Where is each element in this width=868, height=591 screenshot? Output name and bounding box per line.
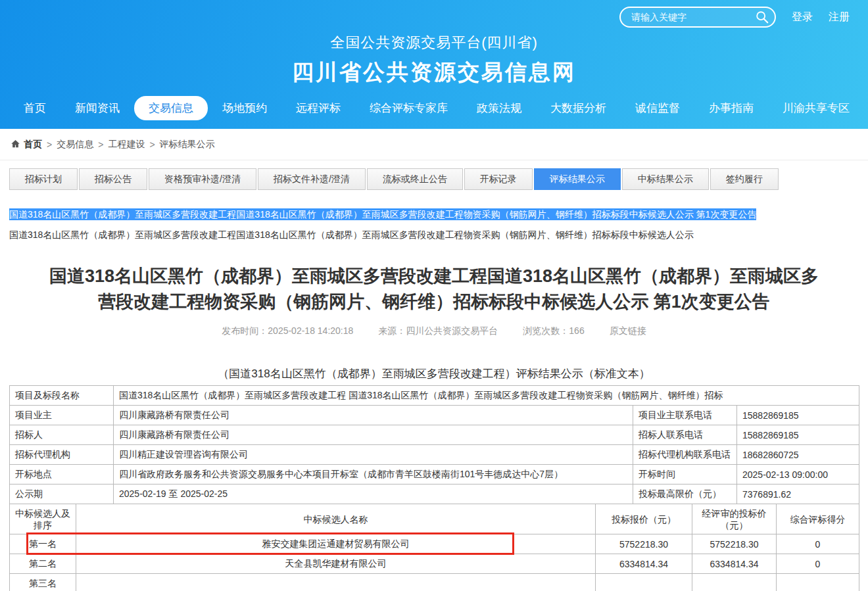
original-link[interactable]: 原文链接 <box>610 325 646 337</box>
search-icon <box>755 16 769 26</box>
info-value: 四川康藏路桥有限责任公司 <box>114 406 633 425</box>
info-label: 开标地点 <box>10 465 114 485</box>
page-title: 国道318名山区黑竹（成都界）至雨城区多营段改建工程国道318名山区黑竹（成都界… <box>42 264 826 315</box>
info-value: 15882869185 <box>737 406 859 425</box>
candidate-row-2: 第二名 天全县凯华建材有限公司 6334814.34 6334814.34 0 <box>10 554 859 574</box>
nav-item-big-data[interactable]: 大数据分析 <box>536 96 621 120</box>
tab-award-result[interactable]: 中标结果公示 <box>622 168 709 190</box>
table-row: 项目业主 四川康藏路桥有限责任公司 项目业主联系电话 15882869185 <box>10 406 859 425</box>
info-label: 公示期 <box>10 485 114 504</box>
candidate-name: 天全县凯华建材有限公司 <box>76 554 596 574</box>
breadcrumb-item-home-label: 首页 <box>24 139 42 151</box>
nav-item-integrity[interactable]: 诚信监督 <box>621 96 694 120</box>
candidate-rank: 第三名 <box>10 574 76 591</box>
info-value: 15882869185 <box>737 425 859 445</box>
site-subtitle: 全国公共资源交易平台(四川省) <box>0 33 868 53</box>
nav-item-home[interactable]: 首页 <box>9 96 60 120</box>
breadcrumb-item-trade-info[interactable]: 交易信息 <box>57 139 93 151</box>
tab-bidding-plan[interactable]: 招标计划 <box>9 168 78 190</box>
info-label: 招标人联系电话 <box>633 425 737 445</box>
table-row: 招标人 四川康藏路桥有限责任公司 招标人联系电话 15882869185 <box>10 425 859 445</box>
header-utility-row: 登录 注册 <box>0 0 868 28</box>
tab-contract-performance[interactable]: 签约履行 <box>710 168 779 190</box>
info-label: 招标代理机构联系电话 <box>633 445 737 465</box>
nav-item-news[interactable]: 新闻资讯 <box>60 96 134 120</box>
login-link[interactable]: 登录 <box>792 11 813 24</box>
result-table-wrap: 项目及标段名称 国道318名山区黑竹（成都界）至雨城区多营段改建工程 国道318… <box>9 385 859 591</box>
table-row: 招标代理机构 四川精正建设管理咨询有限公司 招标代理机构联系电话 1868286… <box>10 445 859 465</box>
candidate-score: 0 <box>777 554 859 574</box>
info-label: 招标人 <box>10 425 114 445</box>
info-value: 国道318名山区黑竹（成都界）至雨城区多营段改建工程 国道318名山区黑竹（成都… <box>114 386 859 406</box>
nav-item-trade-info[interactable]: 交易信息 <box>134 96 208 120</box>
candidate-rank: 第一名 <box>10 534 76 554</box>
info-label: 投标最高限价（元） <box>633 485 737 504</box>
candidate-rank: 第二名 <box>10 554 76 574</box>
candidate-bid: 5752218.30 <box>596 534 692 554</box>
breadcrumb-home[interactable]: 首页 <box>11 139 42 151</box>
view-count: 浏览次数：166 <box>523 325 584 337</box>
info-value: 四川省政府政务服务和公共资源交易服务中心本项目开标室（成都市青羊区鼓楼南街101… <box>114 465 633 485</box>
column-header-reviewed-bid: 经评审的投标价（元） <box>692 504 777 534</box>
home-icon <box>11 139 20 151</box>
column-header-bid: 投标报价（元） <box>596 504 692 534</box>
publish-time: 发布时间：2025-02-18 14:20:18 <box>222 325 353 337</box>
nav-item-venue-booking[interactable]: 场地预约 <box>208 96 281 120</box>
candidate-row-3: 第三名 <box>10 574 859 591</box>
info-label: 开标时间 <box>633 465 737 485</box>
info-label: 项目及标段名称 <box>10 386 114 406</box>
tab-prequalification-addendum[interactable]: 资格预审补遗/澄清 <box>149 168 256 190</box>
register-link[interactable]: 注册 <box>829 11 850 24</box>
candidate-score <box>777 574 859 591</box>
table-row: 开标地点 四川省政府政务服务和公共资源交易服务中心本项目开标室（成都市青羊区鼓楼… <box>10 465 859 485</box>
nav-item-guide[interactable]: 办事指南 <box>694 96 768 120</box>
table-header-row: 中标候选人及排序 中标候选人名称 投标报价（元） 经评审的投标价（元） 综合评标… <box>10 504 859 534</box>
table-row: 公示期 2025-02-19 至 2025-02-25 投标最高限价（元） 73… <box>10 485 859 504</box>
candidate-reviewed-bid <box>692 574 777 591</box>
info-value: 7376891.62 <box>737 485 859 504</box>
info-value: 2025-02-13 09:00:00 <box>737 465 859 485</box>
tab-failed-or-terminated[interactable]: 流标或终止公告 <box>367 168 463 190</box>
info-value: 18682860725 <box>737 445 859 465</box>
article-meta: 发布时间：2025-02-18 14:20:18 来源：四川公共资源交易平台 浏… <box>0 325 868 337</box>
nav-item-sichuan-chongqing[interactable]: 川渝共享专区 <box>768 96 864 120</box>
search-box <box>619 7 776 28</box>
list-item-highlighted[interactable]: 国道318名山区黑竹（成都界）至雨城区多营段改建工程国道318名山区黑竹（成都界… <box>9 208 859 221</box>
candidates-table: 中标候选人及排序 中标候选人名称 投标报价（元） 经评审的投标价（元） 综合评标… <box>9 504 859 591</box>
tab-bidding-announcement[interactable]: 招标公告 <box>79 168 147 190</box>
candidate-score: 0 <box>777 534 859 554</box>
breadcrumb-item-engineering[interactable]: 工程建设 <box>108 139 145 151</box>
search-input[interactable] <box>619 7 776 28</box>
site-title: 四川省公共资源交易信息网 <box>0 58 868 87</box>
column-header-score: 综合评标得分 <box>777 504 859 534</box>
candidate-name: 雅安交建集团运通建材贸易有限公司 <box>76 534 596 554</box>
nav-item-expert-database[interactable]: 综合评标专家库 <box>355 96 462 120</box>
candidate-name <box>76 574 596 591</box>
search-button[interactable] <box>755 10 769 24</box>
breadcrumb: 首页 > 交易信息 > 工程建设 > 评标结果公示 <box>0 129 868 160</box>
breadcrumb-item-evaluation-result[interactable]: 评标结果公示 <box>160 139 215 151</box>
nav-item-policies[interactable]: 政策法规 <box>462 96 536 120</box>
tab-bid-opening-record[interactable]: 开标记录 <box>464 168 533 190</box>
site-header: 登录 注册 全国公共资源交易平台(四川省) 四川省公共资源交易信息网 首页 新闻… <box>0 0 868 129</box>
info-label: 招标代理机构 <box>10 445 114 465</box>
info-value: 2025-02-19 至 2025-02-25 <box>114 485 633 504</box>
nav-item-remote-evaluation[interactable]: 远程评标 <box>281 96 355 120</box>
breadcrumb-separator: > <box>98 139 103 150</box>
source: 来源：四川公共资源交易平台 <box>378 325 498 337</box>
main-nav: 首页 新闻资讯 交易信息 场地预约 远程评标 综合评标专家库 政策法规 大数据分… <box>0 96 868 120</box>
table-row: 项目及标段名称 国道318名山区黑竹（成都界）至雨城区多营段改建工程 国道318… <box>10 386 859 406</box>
info-value: 四川康藏路桥有限责任公司 <box>114 425 633 445</box>
info-value: 四川精正建设管理咨询有限公司 <box>114 445 633 465</box>
result-list: 国道318名山区黑竹（成都界）至雨城区多营段改建工程国道318名山区黑竹（成都界… <box>9 208 859 241</box>
list-item-highlighted-text: 国道318名山区黑竹（成都界）至雨城区多营段改建工程国道318名山区黑竹（成都界… <box>9 208 756 220</box>
tab-evaluation-result[interactable]: 评标结果公示 <box>534 168 621 190</box>
list-item[interactable]: 国道318名山区黑竹（成都界）至雨城区多营段改建工程国道318名山区黑竹（成都界… <box>9 229 859 241</box>
candidate-row-1: 第一名 雅安交建集团运通建材贸易有限公司 5752218.30 5752218.… <box>10 534 859 554</box>
column-header-name: 中标候选人名称 <box>76 504 596 534</box>
candidate-reviewed-bid: 6334814.34 <box>692 554 777 574</box>
candidate-bid: 6334814.34 <box>596 554 692 574</box>
tab-bid-document-addendum[interactable]: 招标文件补遗/澄清 <box>258 168 366 190</box>
info-label: 项目业主 <box>10 406 114 425</box>
project-info-table: 项目及标段名称 国道318名山区黑竹（成都界）至雨城区多营段改建工程 国道318… <box>9 385 859 504</box>
